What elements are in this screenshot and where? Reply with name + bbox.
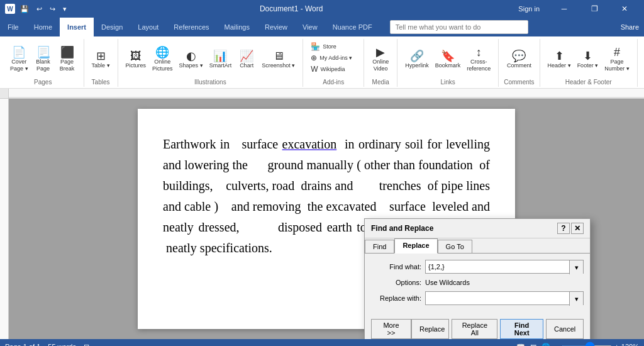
dialog-title-bar[interactable]: Find and Replace ? ✕ <box>365 219 590 238</box>
find-next-btn[interactable]: Find Next <box>500 319 543 339</box>
ruler-corner <box>0 89 9 98</box>
find-dropdown-btn[interactable]: ▾ <box>569 260 583 274</box>
find-replace-dialog: Find and Replace ? ✕ Find Replace Go To … <box>364 218 591 339</box>
dialog-help-btn[interactable]: ? <box>557 223 570 234</box>
tab-insert[interactable]: Insert <box>60 18 94 36</box>
tab-design[interactable]: Design <box>94 18 130 36</box>
zoom-controls: − + 120% <box>555 343 639 346</box>
customize-quick-btn[interactable]: ▾ <box>60 4 69 14</box>
chart-btn[interactable]: 📈 Chart <box>235 49 258 70</box>
shapes-btn[interactable]: ◐ Shapes ▾ <box>177 49 206 70</box>
redo-quick-btn[interactable]: ↪ <box>47 4 58 14</box>
cover-page-icon: 📄 <box>12 47 26 58</box>
undo-quick-btn[interactable]: ↩ <box>34 4 45 14</box>
header-btn[interactable]: ⬆ Header ▾ <box>545 49 574 70</box>
dialog-close-btn[interactable]: ✕ <box>571 223 584 234</box>
pictures-btn[interactable]: 🖼 Pictures <box>123 49 149 70</box>
zoom-level: 120% <box>621 343 639 346</box>
window-controls: ─ ❐ ✕ <box>550 0 639 18</box>
share-button[interactable]: Share <box>621 23 639 31</box>
dialog-tab-goto[interactable]: Go To <box>438 240 472 254</box>
smartart-btn[interactable]: 📊 SmartArt <box>207 49 235 70</box>
media-label: Media <box>372 79 389 86</box>
cross-reference-icon: ↕ <box>476 47 482 58</box>
tab-layout[interactable]: Layout <box>130 18 166 36</box>
find-input[interactable] <box>426 260 569 273</box>
tab-view[interactable]: View <box>295 18 325 36</box>
tab-review[interactable]: Review <box>257 18 295 36</box>
save-quick-btn[interactable]: 💾 <box>18 4 31 14</box>
cross-reference-btn[interactable]: ↕ Cross-reference <box>464 45 493 74</box>
bookmark-btn[interactable]: 🔖 Bookmark <box>433 49 464 70</box>
page-break-btn[interactable]: ⬛ PageBreak <box>56 45 79 74</box>
document-container[interactable]: Earthwork in surface excavation in ordin… <box>9 99 644 339</box>
chart-icon: 📈 <box>240 50 253 62</box>
ribbon-group-pages: 📄 CoverPage ▾ 📃 BlankPage ⬛ PageBreak Pa… <box>3 39 84 87</box>
restore-button[interactable]: ❐ <box>580 0 609 18</box>
status-right: 📖 ▤ 🌐 − + 120% <box>516 343 639 347</box>
ribbon-group-links: 🔗 Hyperlink 🔖 Bookmark ↕ Cross-reference… <box>397 39 499 87</box>
view-layout-icon[interactable]: ▤ <box>530 343 536 347</box>
tab-mailings[interactable]: Mailings <box>217 18 257 36</box>
table-btn[interactable]: ⊞ Table ▾ <box>89 49 113 70</box>
blank-page-icon: 📃 <box>36 47 50 58</box>
store-icon: 🏪 <box>311 43 320 50</box>
page-number-btn[interactable]: # PageNumber ▾ <box>602 45 632 74</box>
view-read-icon[interactable]: 📖 <box>516 343 525 347</box>
dialog-tab-find[interactable]: Find <box>365 240 394 254</box>
dialog-tab-replace[interactable]: Replace <box>394 238 437 254</box>
zoom-in-btn[interactable]: + <box>614 343 618 346</box>
dialog-title-buttons: ? ✕ <box>557 223 584 234</box>
replace-btn[interactable]: Replace <box>411 319 449 339</box>
online-video-btn[interactable]: ▶ OnlineVideo <box>369 45 392 74</box>
tab-file[interactable]: File <box>0 18 26 36</box>
shapes-icon: ◐ <box>186 50 196 62</box>
blank-page-btn[interactable]: 📃 BlankPage <box>32 45 55 74</box>
my-addins-btn[interactable]: ⊕ My Add-ins ▾ <box>308 53 358 63</box>
minimize-button[interactable]: ─ <box>550 0 579 18</box>
signin-button[interactable]: Sign in <box>513 4 545 14</box>
document-title: Document1 - Word <box>260 4 323 13</box>
wikipedia-btn[interactable]: W Wikipedia <box>308 64 358 74</box>
online-video-icon: ▶ <box>376 47 385 58</box>
ribbon-search-input[interactable] <box>390 20 528 34</box>
close-button[interactable]: ✕ <box>610 0 639 18</box>
header-footer-label: Header & Footer <box>565 79 612 86</box>
hyperlink-btn[interactable]: 🔗 Hyperlink <box>402 49 431 70</box>
ribbon-tabs: File Home Insert Design Layout Reference… <box>0 18 644 36</box>
footer-icon: ⬇ <box>583 50 592 62</box>
view-web-icon[interactable]: 🌐 <box>541 343 550 347</box>
status-left: Page 1 of 1 55 words ⊡ <box>5 343 89 347</box>
quick-access-toolbar: 💾 ↩ ↪ ▾ <box>18 4 69 14</box>
zoom-out-btn[interactable]: − <box>555 343 559 346</box>
options-row: Options: Use Wildcards <box>371 279 584 286</box>
options-value: Use Wildcards <box>425 279 470 286</box>
footer-btn[interactable]: ⬇ Footer ▾ <box>575 49 601 70</box>
more-btn[interactable]: More >> <box>371 319 411 339</box>
store-btn[interactable]: 🏪 Store <box>308 42 358 52</box>
replace-input[interactable] <box>426 292 569 304</box>
ribbon-group-comments: 💬 Comment Comments <box>499 39 540 87</box>
header-icon: ⬆ <box>555 50 564 62</box>
tab-home[interactable]: Home <box>26 18 60 36</box>
screenshot-btn[interactable]: 🖥 Screenshot ▾ <box>259 49 297 70</box>
page-break-icon: ⬛ <box>60 47 74 58</box>
online-pictures-btn[interactable]: 🌐 OnlinePictures <box>150 45 175 74</box>
dialog-footer: More >> Replace Replace All Find Next Ca… <box>365 316 590 339</box>
find-input-wrapper: ▾ <box>425 260 584 274</box>
find-label: Find what: <box>371 263 421 271</box>
replace-all-btn[interactable]: Replace All <box>452 319 497 339</box>
cover-page-btn[interactable]: 📄 CoverPage ▾ <box>8 45 31 74</box>
pictures-icon: 🖼 <box>130 50 142 62</box>
word-icon: W <box>5 4 15 14</box>
tab-references[interactable]: References <box>166 18 216 36</box>
tab-nuance[interactable]: Nuance PDF <box>325 18 380 36</box>
replace-dropdown-btn[interactable]: ▾ <box>569 292 583 306</box>
status-bar: Page 1 of 1 55 words ⊡ 📖 ▤ 🌐 − + 120% <box>0 339 644 346</box>
document-wrapper: Earthwork in surface excavation in ordin… <box>0 89 644 339</box>
ribbon-group-media: ▶ OnlineVideo Media <box>364 39 397 87</box>
dialog-body: Find what: ▾ Options: Use Wildcards Repl… <box>365 254 590 316</box>
cancel-btn[interactable]: Cancel <box>546 319 584 339</box>
replace-label: Replace with: <box>371 294 421 302</box>
comment-btn[interactable]: 💬 Comment <box>504 49 534 70</box>
